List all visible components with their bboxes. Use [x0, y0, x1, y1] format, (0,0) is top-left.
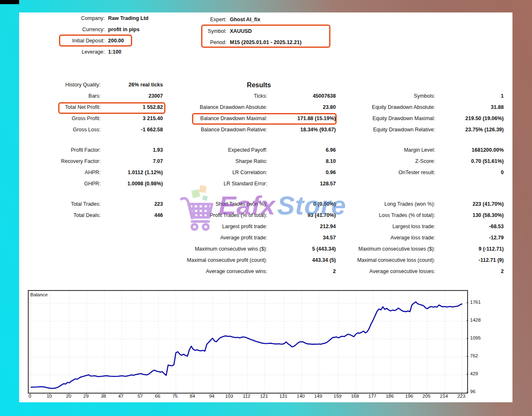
balance-line — [31, 302, 462, 388]
stat-row: Equity Drawdown Absolute:31.88 — [347, 102, 504, 113]
stat-row: Gross Loss:-1 662.58 — [39, 124, 163, 135]
account-info-right: Expert:Ghost AI_fixSymbol:XAUUSDPeriod:M… — [166, 14, 301, 49]
account-row-value: 1:100 — [108, 47, 121, 58]
stat-row-label: Margin Level: — [347, 145, 435, 156]
stat-row-value: 0 (0.00%) — [267, 199, 336, 210]
stat-row: AHPR:1.0112 (1.12%) — [39, 167, 163, 178]
y-axis-tick — [466, 320, 468, 321]
account-row-value: M15 (2025.01.01 - 2025.12.21) — [230, 37, 301, 49]
stat-row-label: Maximal consecutive loss (count): — [347, 255, 435, 266]
stat-row: Equity Drawdown Relative:23.75% (126.39) — [347, 124, 504, 135]
stat-row: Average profit trade:34.57 — [179, 232, 336, 244]
stat-row-label: OnTester result: — [347, 167, 435, 178]
y-axis-label: 96 — [470, 389, 475, 394]
stat-row-label: Loss Trades (% of total): — [347, 210, 435, 221]
stat-row-value: 2 — [435, 266, 504, 277]
stat-row: Z-Score:0.70 (51.61%) — [347, 156, 504, 167]
stat-group: Total Trades:223Total Deals:446 — [39, 199, 163, 221]
stat-row-value: 212.94 — [267, 221, 336, 232]
stat-row-label: Average consecutive losses: — [347, 266, 435, 277]
y-axis-tick — [466, 392, 468, 392]
stat-row-label: Maximum consecutive wins ($): — [179, 244, 267, 255]
stat-row: Expected Payoff:6.96 — [179, 145, 336, 156]
x-axis-tick — [444, 393, 444, 394]
stat-row: Maximal consecutive profit (count):443.3… — [179, 255, 336, 266]
stat-row-label: Long Trades (won %): — [347, 199, 435, 210]
balance-chart — [28, 290, 468, 394]
y-axis-label: 1428 — [470, 318, 481, 322]
stat-row-value: 219.50 (19.06%) — [435, 113, 504, 124]
stat-row-value: -68.53 — [435, 221, 504, 232]
account-row: Symbol:XAUUSD — [166, 26, 301, 37]
stat-row-label: Average profit trade: — [179, 232, 267, 244]
corner-mark — [0, 0, 19, 4]
stat-row: Symbols:1 — [347, 91, 504, 102]
y-axis-tick — [466, 356, 468, 357]
stat-row-value: 223 — [101, 199, 163, 210]
chart-series-label: Balance — [30, 292, 48, 297]
x-axis-tick — [212, 393, 212, 394]
stat-row-label: Average consecutive wins: — [179, 266, 267, 277]
stat-row-label: Symbols: — [347, 91, 435, 102]
account-row-value: Raw Trading Ltd — [108, 13, 148, 24]
stat-row-value: 1.0098 (0.98%) — [101, 178, 163, 190]
x-axis-tick — [86, 393, 86, 394]
stat-row: Maximal consecutive loss (count):-112.71… — [347, 255, 504, 266]
stat-group: Expected Payoff:6.96Sharpe Ratio:8.10LR … — [179, 145, 336, 190]
stat-row-value: 9 (-112.71) — [435, 244, 504, 255]
stat-group: Short Trades (won %):0 (0.00%)Profit Tra… — [179, 199, 336, 277]
stat-row-label: Gross Profit: — [39, 113, 101, 124]
stat-row-value: 34.57 — [267, 232, 336, 244]
stat-group: Margin Level:1681200.00%Z-Score:0.70 (51… — [347, 145, 504, 178]
account-row-label: Leverage: — [42, 47, 105, 58]
x-axis-tick — [192, 393, 193, 394]
stat-row: Loss Trades (% of total):130 (58.30%) — [347, 210, 504, 221]
y-axis-tick — [466, 338, 468, 339]
account-row: Currency:profit in pips — [42, 24, 148, 35]
stat-row: Ticks:45007638 — [179, 91, 336, 102]
x-axis-tick — [337, 393, 338, 394]
account-row: Leverage:1:100 — [42, 47, 148, 58]
stat-row-label: Total Net Profit: — [39, 102, 101, 113]
x-axis-tick — [409, 393, 409, 394]
x-axis-tick — [140, 393, 140, 394]
stat-row-value: 1.93 — [101, 145, 163, 156]
stat-row-label: LR Standard Error: — [179, 178, 267, 190]
stat-row-label: Total Trades: — [39, 199, 101, 210]
stat-group: Profit Factor:1.93Recovery Factor:7.07AH… — [39, 145, 163, 190]
account-row-value: profit in pips — [108, 24, 140, 35]
stat-row: GHPR:1.0098 (0.98%) — [39, 178, 163, 190]
stat-row-value: 6.96 — [267, 145, 336, 156]
x-axis-tick — [301, 393, 301, 394]
x-axis-tick — [355, 393, 355, 394]
stat-row: Profit Factor:1.93 — [39, 145, 163, 156]
y-axis-tick — [466, 374, 468, 374]
account-row-label: Initial Deposit: — [42, 35, 105, 47]
stat-group: Ticks:45007638Balance Drawdown Absolute:… — [179, 79, 336, 135]
stat-row-label: Bars: — [39, 91, 101, 102]
account-row-label: Expert: — [166, 14, 227, 26]
stat-row-label: Equity Drawdown Absolute: — [347, 102, 435, 113]
stat-group: Symbols:1Equity Drawdown Absolute:31.88E… — [347, 79, 504, 135]
stat-row-label: Balance Drawdown Relative: — [179, 124, 267, 135]
y-axis-label: 429 — [470, 371, 478, 376]
stat-row-value: 31.88 — [435, 102, 504, 113]
stat-row-label: Equity Drawdown Relative: — [347, 124, 435, 135]
stat-row-label: Maximal consecutive profit (count): — [179, 255, 267, 266]
stat-row-value: 446 — [101, 210, 163, 221]
y-axis-label: 1095 — [470, 335, 481, 340]
y-axis-label: 762 — [470, 353, 478, 358]
stat-row-value: 443.34 (5) — [267, 255, 336, 266]
x-axis-tick — [283, 393, 284, 394]
stat-row-label: Z-Score: — [347, 156, 435, 167]
stat-row: Average loss trade:-12.79 — [347, 232, 504, 244]
stat-row-label: History Quality: — [39, 79, 101, 91]
stat-row: Margin Level:1681200.00% — [347, 145, 504, 156]
stat-group: Long Trades (won %):223 (41.70%)Loss Tra… — [347, 199, 504, 277]
account-row-label: Currency: — [42, 24, 105, 35]
y-axis-label: 1761 — [470, 300, 481, 305]
stat-row-value: -112.71 (9) — [435, 255, 504, 266]
stat-row-value: 3 215.40 — [101, 113, 163, 124]
stat-row-value: 1.0112 (1.12%) — [101, 167, 163, 178]
stat-row: Equity Drawdown Maximal:219.50 (19.06%) — [347, 113, 504, 124]
